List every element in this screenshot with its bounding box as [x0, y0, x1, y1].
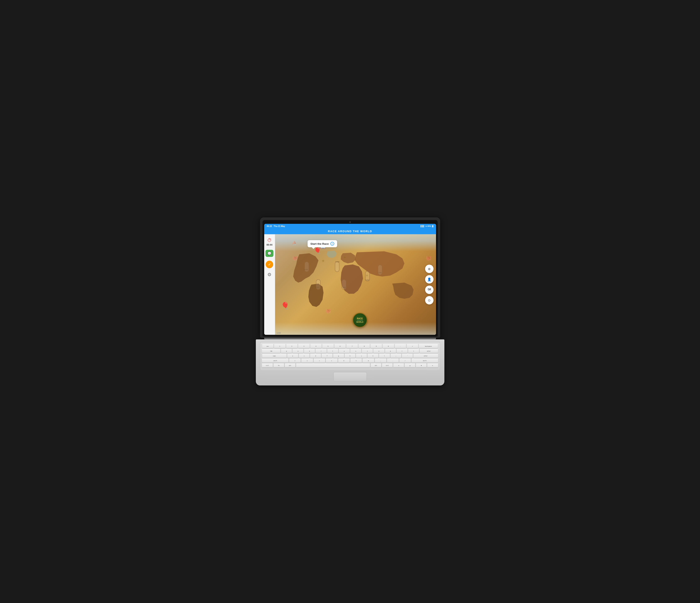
key-slash[interactable]: / — [399, 359, 411, 363]
octopus-decoration-1: 🐙 — [292, 255, 298, 261]
key-c[interactable]: c — [314, 359, 325, 363]
key-row-function: esc 1 2 3 4 5 6 7 8 9 0 - = backspace — [262, 344, 438, 348]
key-semicolon[interactable]: ; — [391, 353, 401, 358]
key-r[interactable]: r — [316, 349, 326, 353]
key-right[interactable]: ► — [427, 363, 438, 367]
oval-slot-1 — [304, 262, 309, 272]
key-8[interactable]: 8 — [358, 344, 370, 348]
key-6[interactable]: 6 — [334, 344, 346, 348]
key-d[interactable]: d — [310, 353, 321, 358]
key-rshift[interactable]: shift — [411, 359, 438, 363]
wifi-icon: ⌾ — [426, 225, 427, 227]
key-caps[interactable]: caps — [262, 353, 286, 358]
keyboard-area: esc 1 2 3 4 5 6 7 8 9 0 - = backspace ta… — [260, 342, 440, 370]
key-lbracket[interactable]: [ — [397, 349, 407, 353]
key-minus[interactable]: - — [395, 344, 406, 348]
logo-circle: RACE around the WORLD — [353, 313, 367, 327]
key-z[interactable]: z — [289, 359, 301, 363]
chat-button[interactable]: 💬 — [266, 250, 273, 257]
key-v[interactable]: v — [326, 359, 337, 363]
key-rbracket[interactable]: ] — [408, 349, 419, 353]
oval-slot-6 — [378, 265, 382, 275]
key-j[interactable]: j — [356, 353, 367, 358]
start-race-tooltip[interactable]: Start the Race i — [307, 240, 337, 247]
map-control-button[interactable]: 🗺 — [425, 286, 433, 294]
key-4[interactable]: 4 — [310, 344, 322, 348]
users-control-button[interactable]: 👤 — [425, 275, 433, 284]
status-bar-right: ▌▌▌ ⌾ 65% ▓ — [421, 225, 433, 227]
key-n[interactable]: n — [350, 359, 362, 363]
continents-svg — [283, 246, 425, 319]
key-p[interactable]: p — [385, 349, 396, 353]
settings-button[interactable]: ⚙ — [267, 272, 272, 278]
key-esc[interactable]: esc — [262, 344, 274, 348]
key-row-bottom: ctrl fn alt alt ctrl ◄ ▲ ▼ ► — [262, 363, 438, 367]
ship-decoration: ⛵ — [292, 241, 297, 245]
key-w[interactable]: w — [293, 349, 303, 353]
laptop-base: esc 1 2 3 4 5 6 7 8 9 0 - = backspace ta… — [256, 339, 444, 386]
badge-button[interactable]: ✓ — [266, 261, 273, 268]
logo-world-text: WORLD — [356, 321, 364, 323]
app-content: ⏱ 00:44 💬 ✓ ⚙ — [264, 234, 436, 335]
key-l[interactable]: l — [379, 353, 390, 358]
touchpad[interactable] — [333, 372, 367, 381]
key-fn[interactable]: fn — [273, 363, 284, 367]
key-1[interactable]: 1 — [274, 344, 285, 348]
timer-value: 00:44 — [267, 243, 272, 246]
key-backspace[interactable]: backspace — [419, 344, 438, 348]
key-space[interactable] — [296, 363, 370, 367]
key-enter-wide[interactable]: enter — [414, 353, 438, 358]
legal-link[interactable]: Legal — [277, 332, 281, 334]
key-0[interactable]: 0 — [382, 344, 394, 348]
key-h[interactable]: h — [345, 353, 355, 358]
move-icon: ⊕ — [428, 267, 430, 271]
key-up[interactable]: ▲ — [405, 363, 415, 367]
move-control-button[interactable]: ⊕ — [425, 265, 433, 273]
key-m[interactable]: m — [362, 359, 374, 363]
key-t[interactable]: t — [327, 349, 338, 353]
key-9[interactable]: 9 — [370, 344, 382, 348]
key-x[interactable]: x — [301, 359, 313, 363]
key-lshift[interactable]: shift — [262, 359, 289, 363]
key-comma[interactable]: , — [375, 359, 386, 363]
key-enter[interactable]: enter — [420, 349, 438, 353]
key-period[interactable]: . — [387, 359, 399, 363]
status-date: Thu 21 May — [274, 225, 285, 227]
key-equals[interactable]: = — [407, 344, 418, 348]
key-rctrl[interactable]: ctrl — [382, 363, 393, 367]
tablet-frame: 06:22 Thu 21 May ▌▌▌ ⌾ 65% ▓ RACE AROUND… — [264, 224, 436, 335]
map-area: 🐙 🐙 🐙 ⛵ ✦ ✦ ✦ TIME TIME TIME TIME TIME — [275, 234, 436, 335]
key-s[interactable]: s — [299, 353, 310, 358]
ratw-logo: RACE around the WORLD — [353, 313, 367, 327]
key-7[interactable]: 7 — [346, 344, 358, 348]
target-control-button[interactable]: ⊙ — [425, 296, 433, 305]
balloon-red: 🎈 — [281, 302, 289, 310]
timer-icon: ⏱ — [267, 238, 272, 243]
key-o[interactable]: o — [373, 349, 384, 353]
key-e[interactable]: e — [304, 349, 315, 353]
key-tab[interactable]: tab — [262, 349, 280, 353]
key-y[interactable]: y — [339, 349, 350, 353]
laptop-lid: 06:22 Thu 21 May ▌▌▌ ⌾ 65% ▓ RACE AROUND… — [260, 217, 440, 338]
key-3[interactable]: 3 — [298, 344, 310, 348]
key-2[interactable]: 2 — [286, 344, 298, 348]
key-f[interactable]: f — [322, 353, 332, 358]
key-5[interactable]: 5 — [322, 344, 334, 348]
key-down[interactable]: ▼ — [416, 363, 427, 367]
right-controls: ⊕ 👤 🗺 ⊙ — [425, 265, 433, 305]
key-k[interactable]: k — [368, 353, 378, 358]
key-q[interactable]: q — [281, 349, 292, 353]
key-lalt[interactable]: alt — [285, 363, 295, 367]
laptop-device: 06:22 Thu 21 May ▌▌▌ ⌾ 65% ▓ RACE AROUND… — [256, 217, 444, 386]
key-a[interactable]: a — [287, 353, 298, 358]
info-icon[interactable]: i — [330, 242, 334, 245]
key-b[interactable]: b — [338, 359, 350, 363]
key-i[interactable]: i — [362, 349, 373, 353]
screen-bezel: 06:22 Thu 21 May ▌▌▌ ⌾ 65% ▓ RACE AROUND… — [262, 220, 438, 337]
key-lctrl[interactable]: ctrl — [262, 363, 273, 367]
key-quote[interactable]: ' — [402, 353, 413, 358]
key-ralt[interactable]: alt — [371, 363, 381, 367]
key-u[interactable]: u — [350, 349, 361, 353]
key-left[interactable]: ◄ — [393, 363, 404, 367]
key-g[interactable]: g — [333, 353, 344, 358]
